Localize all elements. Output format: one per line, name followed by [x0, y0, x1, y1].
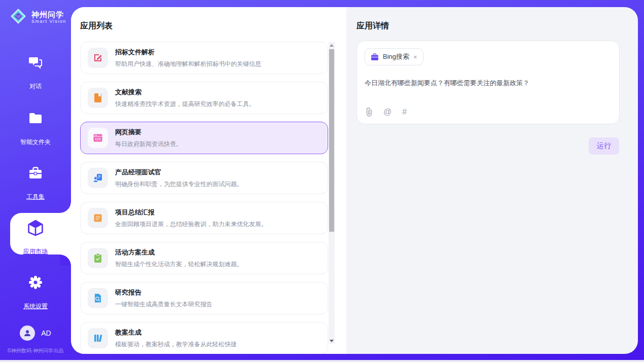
research-icon — [88, 288, 108, 308]
chat-icon — [0, 55, 71, 70]
brand-diamond-icon — [9, 7, 27, 27]
sidebar-item-settings[interactable]: 系统设置 — [0, 275, 71, 311]
list-item[interactable]: 教案生成 模板驱动，教案秒成，教学准备从此轻松快捷 — [80, 322, 328, 354]
run-button[interactable]: 运行 — [589, 137, 619, 155]
gear-icon — [0, 275, 71, 290]
sidebar-item-label: 应用市场 — [23, 247, 48, 256]
list-item[interactable]: 活动方案生成 智能生成个性化活动方案，轻松解决规划难题。 — [80, 242, 328, 274]
list-item[interactable]: 产品经理面试官 明确身份和职责，为您提供专业性的面试问题。 — [80, 162, 328, 194]
scroll-up-icon[interactable] — [329, 42, 335, 48]
scrollbar-thumb[interactable] — [329, 49, 334, 232]
edit-doc-icon — [88, 48, 108, 68]
sidebar-item-chat[interactable]: 对话 — [0, 55, 71, 91]
list-item[interactable]: 项目总结汇报 全面回顾项目进展，总结经验教训，助力未来优化发展。 — [80, 202, 328, 234]
app-name: 文献搜索 — [115, 88, 255, 97]
sidebar-item-label: 系统设置 — [23, 302, 48, 311]
brand-logo: 神州问学 Smart Vision — [0, 0, 71, 27]
report-note-icon — [88, 208, 108, 228]
app-list-title: 应用列表 — [71, 7, 346, 31]
app-list: 招标文件解析 帮助用户快速、准确地理解和解析招标书中的关键信息 文献搜索 快速精… — [80, 42, 328, 354]
app-desc: 明确身份和职责，为您提供专业性的面试问题。 — [115, 180, 243, 189]
user-initials: AD — [41, 329, 51, 337]
web-code-icon — [88, 128, 108, 148]
list-scrollbar[interactable] — [329, 42, 335, 344]
app-detail-panel: 应用详情 Bing搜索 × 今日湖北有哪些新闻要点？有哪些需要关注的最新政策？ — [346, 7, 638, 354]
sidebar-item-label: 对话 — [29, 82, 42, 91]
app-desc: 帮助用户快速、准确地理解和解析招标书中的关键信息 — [115, 60, 261, 68]
attachment-icon[interactable] — [366, 107, 373, 117]
app-desc: 模板驱动，教案秒成，教学准备从此轻松快捷 — [115, 340, 237, 349]
app-name: 教案生成 — [115, 328, 237, 337]
list-item[interactable]: 研究报告 一键智能生成高质量长文本研究报告 — [80, 282, 328, 314]
brand-subtitle: Smart Vision — [31, 19, 66, 24]
avatar — [20, 325, 35, 341]
mention-icon[interactable]: @ — [383, 107, 391, 117]
query-text[interactable]: 今日湖北有哪些新闻要点？有哪些需要关注的最新政策？ — [365, 79, 612, 88]
toolbox-icon — [0, 165, 71, 180]
list-item-selected[interactable]: 网页摘要 每日政府新闻资讯快查。 — [80, 122, 328, 154]
sidebar-item-app-market[interactable]: 应用市场 — [0, 220, 71, 256]
list-item[interactable]: 招标文件解析 帮助用户快速、准确地理解和解析招标书中的关键信息 — [80, 42, 328, 74]
sidebar-item-toolset[interactable]: 工具集 — [0, 165, 71, 201]
app-list-panel: 应用列表 招标文件解析 帮助用户快速、准确地理解和解析招标书中的关键信息 — [71, 7, 346, 354]
bottom-edge-strip — [0, 360, 644, 362]
tool-chip[interactable]: Bing搜索 × — [365, 48, 423, 65]
sidebar-item-smart-folder[interactable]: 智能文件夹 — [0, 111, 71, 147]
app-name: 项目总结汇报 — [115, 208, 267, 217]
hash-icon[interactable]: # — [402, 107, 407, 117]
clipboard-check-icon — [88, 248, 108, 268]
prompt-card[interactable]: Bing搜索 × 今日湖北有哪些新闻要点？有哪些需要关注的最新政策？ @ # — [356, 41, 620, 124]
sidebar-item-label: 工具集 — [26, 193, 45, 201]
app-name: 产品经理面试官 — [115, 168, 243, 177]
books-icon — [88, 328, 108, 348]
app-name: 网页摘要 — [115, 128, 182, 137]
sidebar-footer: ©神州数码·神州问学出品 — [0, 347, 71, 354]
input-toolbar: @ # — [366, 107, 407, 117]
app-name: 活动方案生成 — [115, 248, 243, 257]
app-desc: 智能生成个性化活动方案，轻松解决规划难题。 — [115, 260, 243, 269]
brand-name: 神州问学 — [31, 10, 66, 19]
list-item[interactable]: 文献搜索 快速精准查找学术资源，提高研究效率的必备工具。 — [80, 82, 328, 114]
app-desc: 一键智能生成高质量长文本研究报告 — [115, 300, 212, 309]
app-desc: 全面回顾项目进展，总结经验教训，助力未来优化发展。 — [115, 220, 267, 229]
folder-icon — [0, 111, 71, 126]
book-icon — [88, 88, 108, 108]
sidebar: 神州问学 Smart Vision 对话 智能文件夹 — [0, 0, 71, 360]
app-detail-title: 应用详情 — [346, 7, 638, 31]
tool-chip-label: Bing搜索 — [383, 52, 409, 61]
main-content: 应用列表 招标文件解析 帮助用户快速、准确地理解和解析招标书中的关键信息 — [71, 7, 638, 354]
close-icon[interactable]: × — [413, 54, 417, 60]
app-name: 研究报告 — [115, 288, 212, 297]
user-account[interactable]: AD — [0, 325, 71, 341]
interview-icon — [88, 168, 108, 188]
app-desc: 每日政府新闻资讯快查。 — [115, 140, 182, 149]
app-desc: 快速精准查找学术资源，提高研究效率的必备工具。 — [115, 100, 255, 108]
briefcase-icon — [371, 53, 379, 61]
app-name: 招标文件解析 — [115, 48, 261, 57]
scroll-down-icon[interactable] — [329, 338, 335, 344]
cube-icon — [0, 220, 71, 235]
sidebar-item-label: 智能文件夹 — [20, 138, 51, 147]
